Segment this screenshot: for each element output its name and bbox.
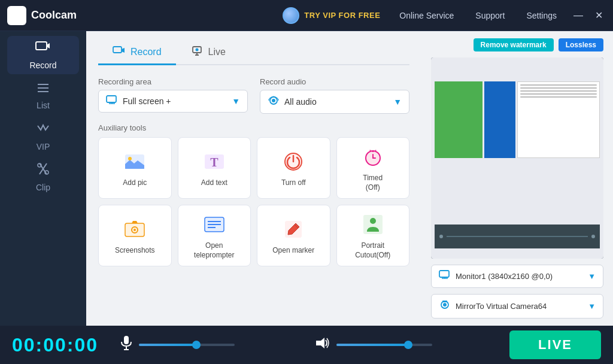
tab-record[interactable]: Record [98, 41, 176, 65]
record-sidebar-icon [35, 40, 51, 57]
mic-slider[interactable] [139, 344, 235, 346]
main-area: Record List VIP [0, 31, 613, 326]
svg-text:T: T [210, 156, 219, 169]
preview-taskbar [435, 225, 600, 248]
svg-point-48 [443, 303, 447, 307]
content-area: Record Live Re [86, 31, 613, 326]
preview-header: Remove watermark Lossless [431, 38, 603, 51]
monitor-select-icon [439, 270, 451, 283]
sidebar-vip-label: VIP [37, 142, 50, 151]
sidebar: Record List VIP [0, 31, 86, 326]
taskbar-line [447, 236, 588, 237]
recording-area-label: Recording area [98, 77, 248, 86]
svg-point-16 [195, 48, 198, 51]
tool-open-marker[interactable]: Open marker [257, 205, 330, 266]
screenshots-label: Screenshots [115, 246, 155, 256]
taskbar-dot [439, 235, 443, 238]
preview-line [520, 96, 597, 98]
monitor-select[interactable]: Monitor1 (3840x2160 @0,0) ▼ [431, 265, 603, 288]
vol-section [315, 336, 498, 353]
mic-section [120, 335, 303, 354]
live-button[interactable]: LIVE [509, 330, 601, 359]
record-audio-dropdown[interactable]: All audio ▼ [260, 90, 409, 114]
svg-rect-44 [439, 271, 449, 277]
window-controls: — ✕ [571, 8, 606, 23]
preview-blue-bar [484, 81, 515, 158]
sidebar-item-record[interactable]: Record [7, 36, 79, 74]
sidebar-item-clip[interactable]: Clip [7, 158, 79, 196]
monitor-dropdown-icon [106, 95, 118, 107]
taskbar-dot [591, 235, 595, 238]
audio-dropdown-icon [268, 95, 280, 108]
nav-links: Online Service Support Settings [394, 8, 562, 23]
svg-marker-53 [316, 338, 324, 348]
svg-point-35 [133, 229, 136, 231]
nav-support[interactable]: Support [471, 8, 509, 23]
tab-record-label: Record [131, 47, 162, 57]
add-text-label: Add text [201, 178, 227, 188]
lossless-badge[interactable]: Lossless [559, 38, 603, 51]
svg-rect-2 [36, 42, 47, 50]
close-button[interactable]: ✕ [591, 8, 606, 23]
preview-line [520, 87, 597, 89]
tool-timed[interactable]: Timed (Off) [336, 137, 410, 199]
preview-green-bar [435, 81, 483, 158]
tab-live-icon [190, 46, 204, 59]
vol-slider[interactable] [336, 344, 432, 346]
timed-label: Timed (Off) [363, 174, 383, 192]
tabs: Record Live [98, 41, 409, 65]
tab-live[interactable]: Live [176, 41, 240, 65]
vol-slider-thumb[interactable] [404, 341, 412, 349]
tool-screenshots[interactable]: Screenshots [98, 205, 172, 266]
tab-live-label: Live [208, 47, 226, 57]
camera-select-icon [439, 299, 451, 313]
tool-add-pic[interactable]: Add pic [98, 137, 172, 199]
mic-slider-thumb[interactable] [192, 341, 201, 349]
tool-teleprompter[interactable]: Open teleprompter [178, 205, 251, 266]
open-marker-label: Open marker [272, 246, 314, 256]
monitor-arrow-icon: ▼ [588, 272, 596, 281]
preview-line [520, 84, 597, 86]
remove-watermark-badge[interactable]: Remove watermark [474, 38, 554, 51]
svg-rect-0 [11, 11, 20, 17]
mic-slider-fill [139, 344, 196, 346]
turn-off-label: Turn off [281, 178, 306, 188]
camera-label: MirrorTo Virtual Camera64 [456, 302, 547, 311]
left-panel: Record Live Re [86, 31, 421, 326]
sidebar-item-list[interactable]: List [7, 77, 79, 115]
recording-area-dropdown[interactable]: Full screen + ▼ [98, 90, 248, 113]
monitor1-label: Monitor1 (3840x2160 @0,0) [456, 272, 553, 281]
add-text-icon: T [202, 150, 226, 174]
form-row: Recording area Full screen + ▼ [98, 77, 409, 114]
teleprompter-label: Open teleprompter [194, 241, 234, 260]
record-audio-group: Record audio All audio ▼ [260, 77, 409, 114]
tools-grid: Add pic T Add text [98, 137, 409, 266]
nav-online-service[interactable]: Online Service [394, 8, 459, 23]
svg-line-29 [370, 150, 371, 151]
open-marker-icon [281, 217, 305, 241]
vip-label[interactable]: TRY VIP FOR FREE [304, 11, 380, 20]
vip-section[interactable]: TRY VIP FOR FREE [283, 7, 380, 24]
auxiliary-title: Auxiliary tools [98, 123, 409, 132]
logo-icon [7, 6, 26, 25]
app-name: Coolcam [31, 9, 77, 22]
recording-area-value: Full screen + [123, 96, 171, 106]
sidebar-list-label: List [37, 101, 50, 110]
sidebar-item-vip[interactable]: VIP [7, 117, 79, 156]
tool-add-text[interactable]: T Add text [178, 137, 251, 199]
list-sidebar-icon [37, 81, 50, 97]
app-logo: Coolcam [7, 6, 77, 25]
svg-point-43 [370, 218, 376, 224]
sidebar-clip-label: Clip [36, 183, 50, 192]
tool-portrait[interactable]: Portrait Cutout(Off) [336, 205, 410, 266]
tool-turn-off[interactable]: Turn off [257, 137, 330, 199]
turn-off-icon [281, 150, 305, 174]
screenshots-icon [123, 217, 147, 241]
minimize-button[interactable]: — [571, 8, 585, 23]
camera-select[interactable]: MirrorTo Virtual Camera64 ▼ [431, 294, 603, 318]
recording-area-group: Recording area Full screen + ▼ [98, 77, 248, 114]
nav-settings[interactable]: Settings [521, 8, 562, 23]
preview-line [520, 90, 597, 92]
svg-point-21 [272, 99, 275, 102]
preview-lines [517, 81, 600, 158]
